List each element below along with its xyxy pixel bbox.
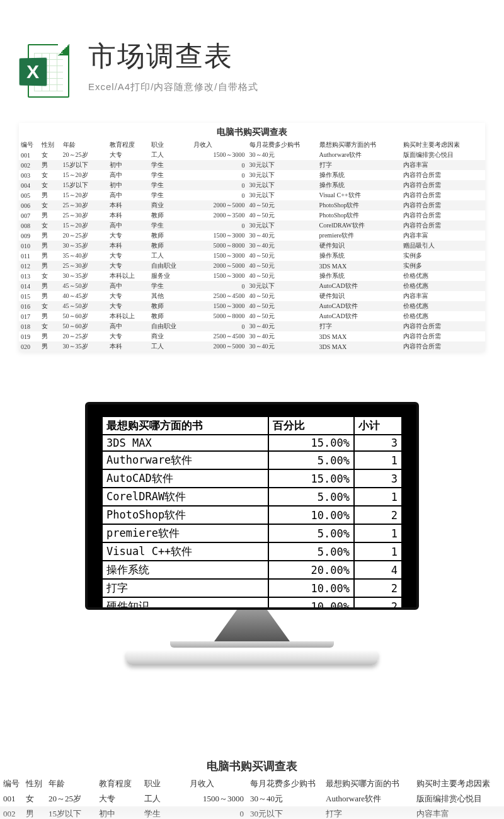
table-cell: 内容符合所需 — [401, 180, 485, 190]
table-cell: 内容符合所需 — [401, 200, 485, 210]
table-cell: 20～25岁 — [61, 331, 108, 341]
table-cell: 内容符合所需 — [401, 220, 485, 231]
monitor-screen: 最想购买哪方面的书百分比小计 3DS MAX15.00%3Authorware软… — [85, 402, 419, 610]
table-cell: 008 — [19, 220, 40, 231]
table-cell: 3DS MAX — [318, 331, 401, 341]
table-cell: 大专 — [108, 251, 150, 261]
table-cell: 45～50岁 — [61, 301, 108, 311]
table-cell: 20～25岁 — [61, 231, 108, 241]
table-row: 007男25～30岁本科教师2000～350040～50元PhotoShop软件… — [19, 210, 485, 220]
table-cell: 学生 — [149, 281, 192, 291]
table-cell: 2000～5000 — [192, 261, 248, 271]
table-cell: 女 — [40, 200, 60, 210]
table-cell: 30～40元 — [248, 241, 318, 251]
summary-pct: 10.00% — [268, 579, 354, 597]
table-cell: 1500～3000 — [192, 301, 248, 311]
summary-name: 打字 — [102, 579, 268, 597]
table-cell: 25～30岁 — [61, 261, 108, 271]
summary-pct: 10.00% — [268, 597, 354, 610]
table-cell: 大专 — [108, 150, 150, 160]
table-cell: 001 — [19, 150, 40, 160]
table-cell: 大专 — [108, 331, 150, 341]
table-cell: 教师 — [149, 241, 192, 251]
survey-table: 编号性别年龄教育程度职业月收入每月花费多少购书最想购买哪方面的书购买时主要考虑因… — [19, 140, 485, 352]
summary-pct: 10.00% — [268, 506, 354, 524]
table-cell: 5000～8000 — [192, 241, 248, 251]
table-row: 002男15岁以下初中学生030元以下打字内容丰富 — [19, 160, 485, 170]
table-cell: 内容符合所需 — [401, 341, 485, 352]
table-cell: 女 — [40, 321, 60, 331]
table-cell: 3DS MAX — [318, 341, 401, 352]
summary-pct: 20.00% — [268, 561, 354, 579]
column-header: 编号 — [19, 140, 40, 150]
table-cell: 40～50元 — [248, 271, 318, 281]
summary-row: CorelDRAW软件5.00%1 — [102, 488, 402, 506]
table-cell: 男 — [40, 261, 60, 271]
table-cell: 30～40元 — [247, 791, 323, 806]
table-cell: 30元以下 — [248, 190, 318, 200]
table-cell: 015 — [19, 291, 40, 301]
table-row: 002男15岁以下初中学生030元以下打字内容丰富 — [0, 806, 504, 819]
table-cell: 高中 — [108, 281, 150, 291]
column-header: 职业 — [141, 776, 186, 791]
table-cell: 男 — [23, 806, 45, 819]
summary-row: 打字10.00%2 — [102, 579, 402, 597]
table-cell: 018 — [19, 321, 40, 331]
summary-count: 2 — [354, 579, 402, 597]
table-cell: 女 — [40, 220, 60, 231]
summary-name: Authorware软件 — [102, 451, 268, 469]
table-cell: 男 — [40, 251, 60, 261]
table-cell: 35～40岁 — [61, 251, 108, 261]
table-cell: 0 — [192, 220, 248, 231]
table-cell: 001 — [0, 791, 23, 806]
table-cell: 打字 — [318, 321, 401, 331]
table-cell: 男 — [40, 331, 60, 341]
summary-count: 3 — [354, 435, 402, 451]
summary-table: 最想购买哪方面的书百分比小计 3DS MAX15.00%3Authorware软… — [101, 416, 403, 610]
summary-pct: 15.00% — [268, 469, 354, 488]
table-cell: 工人 — [149, 251, 192, 261]
table-cell: 40～50元 — [248, 210, 318, 220]
table-cell: 2000～5000 — [192, 341, 248, 352]
table-cell: 003 — [19, 170, 40, 180]
table-cell: 本科以上 — [108, 271, 150, 281]
table-cell: 高中 — [108, 220, 150, 231]
table-cell: 30元以下 — [247, 806, 323, 819]
table-row: 011男35～40岁大专工人1500～300040～50元操作系统实例多 — [19, 251, 485, 261]
table-row: 003女15～20岁高中学生030元以下操作系统内容符合所需 — [19, 170, 485, 180]
table-cell: 2000～3500 — [192, 210, 248, 220]
table-cell: 操作系统 — [318, 251, 401, 261]
table-cell: 工人 — [141, 791, 186, 806]
summary-name: Visual C++软件 — [102, 542, 268, 561]
survey-title-peek: 电脑书购买调查表 — [0, 753, 504, 776]
table-cell: 0 — [192, 160, 248, 170]
table-cell: 3DS MAX — [318, 261, 401, 271]
summary-name: 操作系统 — [102, 561, 268, 579]
table-cell: 25～30岁 — [61, 200, 108, 210]
column-header: 性别 — [23, 776, 45, 791]
table-cell: PhotoShop软件 — [318, 200, 401, 210]
table-cell: 内容丰富 — [401, 231, 485, 241]
column-header: 职业 — [149, 140, 192, 150]
table-cell: 30元以下 — [248, 220, 318, 231]
table-cell: 005 — [19, 190, 40, 200]
table-cell: 男 — [40, 190, 60, 200]
summary-pct: 5.00% — [268, 488, 354, 506]
table-cell: 男 — [40, 231, 60, 241]
table-cell: 打字 — [318, 160, 401, 170]
table-cell: 内容符合所需 — [401, 331, 485, 341]
column-header: 每月花费多少购书 — [247, 776, 323, 791]
table-row: 016女45～50岁大专教师1500～300040～50元AutoCAD软件价格… — [19, 301, 485, 311]
table-cell: 40～45岁 — [61, 291, 108, 301]
table-cell: 本科 — [108, 200, 150, 210]
table-cell: 女 — [40, 271, 60, 281]
table-cell: CorelDRAW软件 — [318, 220, 401, 231]
monitor-stand — [214, 610, 290, 641]
table-cell: 价格优惠 — [401, 311, 485, 321]
table-cell: 女 — [40, 301, 60, 311]
table-cell: AutoCAD软件 — [318, 301, 401, 311]
table-cell: 0 — [186, 806, 247, 819]
column-header: 年龄 — [61, 140, 108, 150]
summary-count: 1 — [354, 542, 402, 561]
table-cell: 硬件知识 — [318, 291, 401, 301]
